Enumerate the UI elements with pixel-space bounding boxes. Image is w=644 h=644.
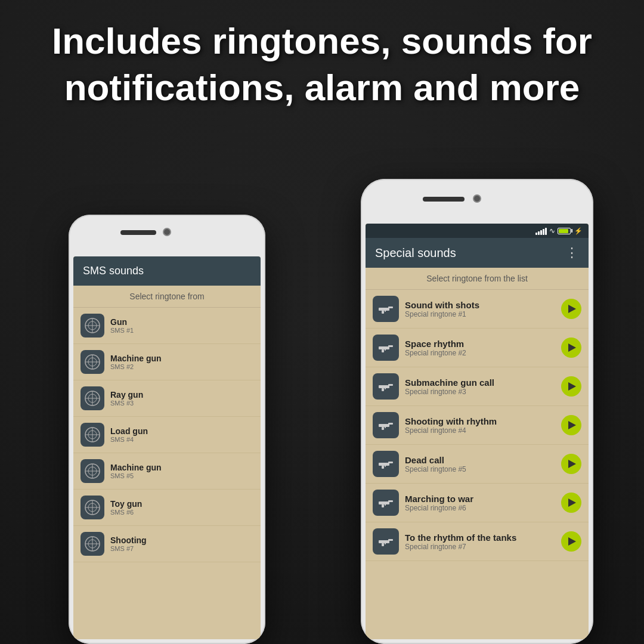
item-icon [373, 528, 399, 555]
right-app-subtitle: Select ringtone from the list [366, 268, 589, 290]
list-item[interactable]: Shooting with rhythm Special ringtone #4 [366, 406, 589, 445]
item-icon [80, 350, 104, 374]
play-button[interactable] [561, 493, 581, 513]
right-app-header: Special sounds ⋮ [366, 238, 589, 268]
item-info: Toy gun SMS #6 [110, 499, 142, 516]
svg-rect-45 [388, 462, 393, 463]
svg-rect-52 [379, 540, 389, 543]
left-app-title: SMS sounds [83, 265, 251, 277]
bar1 [535, 233, 537, 235]
svg-rect-33 [388, 345, 393, 347]
play-button[interactable] [561, 338, 581, 358]
item-info: Sound with shots Special ringtone #1 [405, 300, 555, 318]
svg-rect-40 [379, 424, 389, 427]
svg-rect-50 [382, 504, 384, 507]
item-subtitle: SMS #2 [110, 363, 162, 370]
item-info: Gun SMS #1 [110, 317, 134, 334]
phones-container: SMS sounds Select ringtone from [39, 179, 605, 644]
item-info: Shooting with rhythm Special ringtone #4 [405, 416, 555, 435]
bar5 [545, 228, 547, 235]
play-button[interactable] [561, 454, 581, 474]
bar3 [540, 230, 542, 235]
lightning-icon: ⚡ [574, 227, 583, 235]
item-icon [80, 314, 104, 338]
item-title: Sound with shots [405, 300, 555, 310]
item-title: Shooting [110, 535, 147, 545]
signal-icon [535, 227, 547, 235]
item-info: Shooting SMS #7 [110, 535, 147, 552]
item-title: Machine gun [110, 463, 162, 472]
svg-rect-51 [385, 503, 386, 506]
status-bar: ∿ ⚡ [366, 224, 589, 238]
item-title: Marching to war [405, 494, 555, 504]
svg-rect-39 [385, 387, 386, 389]
left-app-header: SMS sounds [73, 256, 261, 286]
item-title: Shooting with rhythm [405, 416, 555, 426]
item-icon [373, 490, 399, 516]
list-item[interactable]: Ray gun SMS #3 [73, 380, 261, 417]
left-app-subtitle: Select ringtone from [73, 286, 261, 308]
list-item[interactable]: Sound with shots Special ringtone #1 [366, 290, 589, 329]
menu-dots-icon[interactable]: ⋮ [565, 245, 579, 261]
svg-rect-44 [379, 463, 389, 466]
item-info: Load gun SMS #4 [110, 426, 148, 443]
svg-rect-42 [382, 427, 384, 430]
right-app-list: Sound with shots Special ringtone #1 [366, 290, 589, 561]
item-title: Load gun [110, 426, 148, 436]
item-subtitle: SMS #6 [110, 509, 142, 516]
item-info: To the rhythm of the tanks Special ringt… [405, 532, 555, 551]
svg-rect-43 [385, 426, 386, 428]
list-item[interactable]: Gun SMS #1 [73, 308, 261, 344]
right-phone-camera [473, 194, 481, 203]
battery-icon [558, 228, 571, 234]
list-item[interactable]: Space rhythm Special ringtone #2 [366, 329, 589, 367]
list-item[interactable]: Toy gun SMS #6 [73, 490, 261, 526]
item-icon [80, 496, 104, 519]
phone-left-screen: SMS sounds Select ringtone from [73, 256, 261, 639]
item-icon [373, 451, 399, 477]
item-title: Toy gun [110, 499, 142, 509]
list-item[interactable]: To the rhythm of the tanks Special ringt… [366, 522, 589, 561]
item-title: Dead call [405, 455, 555, 465]
play-button[interactable] [561, 415, 581, 435]
play-button[interactable] [561, 531, 581, 552]
list-item[interactable]: Marching to war Special ringtone #6 [366, 484, 589, 522]
bar4 [543, 229, 544, 235]
item-subtitle: Special ringtone #3 [405, 388, 555, 396]
item-icon [373, 296, 399, 322]
svg-rect-31 [385, 309, 386, 312]
item-icon [80, 532, 104, 556]
item-subtitle: Special ringtone #1 [405, 310, 555, 318]
item-subtitle: Special ringtone #4 [405, 426, 555, 435]
list-item[interactable]: Submachine gun call Special ringtone #3 [366, 367, 589, 406]
play-button[interactable] [561, 299, 581, 319]
item-subtitle: SMS #1 [110, 327, 134, 334]
item-title: Ray gun [110, 390, 143, 400]
item-subtitle: SMS #3 [110, 400, 143, 407]
list-item[interactable]: Dead call Special ringtone #5 [366, 445, 589, 484]
svg-rect-32 [379, 346, 389, 349]
item-title: Submachine gun call [405, 377, 555, 388]
play-button[interactable] [561, 376, 581, 397]
list-item[interactable]: Load gun SMS #4 [73, 417, 261, 453]
item-info: Submachine gun call Special ringtone #3 [405, 377, 555, 396]
svg-rect-30 [382, 311, 384, 314]
list-item[interactable]: Machine gun SMS #2 [73, 344, 261, 380]
svg-rect-36 [379, 385, 389, 388]
right-phone-speaker [423, 197, 465, 202]
battery-body [558, 228, 571, 234]
svg-rect-47 [385, 465, 386, 467]
list-item[interactable]: Shooting SMS #7 [73, 526, 261, 562]
svg-rect-46 [382, 466, 384, 469]
battery-fill [559, 229, 568, 233]
phone-left: SMS sounds Select ringtone from [69, 215, 265, 644]
header-title: Includes ringtones, sounds for notificat… [36, 18, 608, 110]
phone-right: ∿ ⚡ Special sounds ⋮ Select ringtone fro… [361, 179, 593, 644]
left-app-list: Gun SMS #1 Machine gun [73, 308, 261, 562]
svg-rect-28 [379, 308, 389, 311]
svg-rect-49 [388, 500, 393, 502]
item-info: Ray gun SMS #3 [110, 390, 143, 407]
item-info: Machine gun SMS #2 [110, 354, 162, 370]
list-item[interactable]: Machine gun SMS #5 [73, 453, 261, 490]
svg-rect-37 [388, 384, 393, 386]
